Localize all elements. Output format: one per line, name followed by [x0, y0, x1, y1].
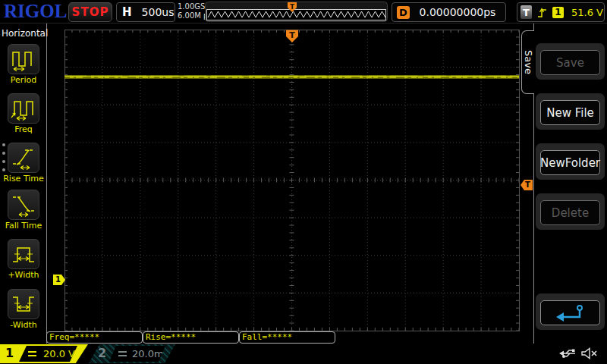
delay-badge: D — [397, 6, 410, 19]
graticule: T — [64, 30, 520, 331]
minus-width-icon — [10, 291, 37, 317]
top-status-bar: RIGOL STOP H 500us 1.00GSa/s 6.00M pts T… — [0, 0, 607, 24]
channel1-level-marker[interactable]: 1 — [53, 275, 65, 285]
run-state-button[interactable]: STOP — [68, 2, 112, 22]
return-button[interactable] — [536, 293, 605, 330]
menu-tab-save: Save — [521, 30, 534, 94]
sidebar-item-freq[interactable]: Freq — [0, 93, 47, 134]
horizontal-timebase-box[interactable]: H 500us — [116, 2, 175, 22]
trigger-box[interactable]: T 1 51.6 V — [517, 2, 605, 22]
trigger-badge: T — [521, 5, 532, 19]
period-icon — [10, 46, 37, 72]
return-arrow-icon — [554, 304, 587, 322]
freq-icon — [10, 96, 37, 121]
waveform-thumbnail[interactable]: T — [205, 2, 388, 22]
channel1-scale: 20.0 V — [43, 348, 75, 359]
svg-text:T: T — [290, 3, 295, 11]
channel1-status[interactable]: 1 20.0 V — [0, 344, 88, 363]
fall-time-icon — [10, 192, 37, 218]
measurement-rise: Rise=***** — [143, 331, 239, 344]
memory-depth: 6.00M pts — [178, 11, 208, 20]
save-button[interactable]: Save — [536, 43, 605, 80]
channel1-trace — [64, 76, 519, 79]
horizontal-badge: H — [122, 5, 132, 19]
sidebar-item-fall-time[interactable]: Fall Time — [0, 190, 47, 231]
channel-status-bar: 1 20.0 V 2 20.0mV — [0, 344, 607, 364]
trigger-position-marker[interactable]: T — [286, 30, 298, 43]
thumbnail-graphic: T — [205, 2, 388, 22]
channel1-number: 1 — [5, 346, 14, 360]
speaker-muted-icon — [580, 347, 598, 362]
sidebar-item-rise-time[interactable]: Rise Time — [0, 143, 47, 184]
svg-text:T: T — [289, 30, 295, 40]
dc-coupling-icon — [118, 351, 127, 356]
sidebar-item-period[interactable]: Period — [0, 44, 47, 85]
scroll-indicator-dots — [2, 143, 5, 177]
timebase-value: 500us — [142, 6, 175, 18]
dc-coupling-icon — [28, 351, 36, 356]
new-folder-button[interactable]: NewFolder — [536, 143, 605, 180]
brand-logo: RIGOL — [4, 1, 67, 22]
trigger-source-badge: 1 — [552, 7, 564, 18]
channel2-scale: 20.0mV — [132, 348, 171, 359]
rising-edge-icon — [536, 6, 548, 19]
sidebar-item-minus-width[interactable]: -Width — [0, 289, 47, 330]
sidebar-item-plus-width[interactable]: +Width — [0, 239, 47, 280]
measurement-freq: Freq=***** — [46, 331, 143, 344]
channel2-status[interactable]: 2 20.0mV — [89, 344, 175, 363]
left-menu-title: Horizontal — [2, 28, 48, 39]
trigger-level-marker[interactable]: T — [521, 180, 533, 190]
channel2-number: 2 — [98, 346, 106, 360]
left-measure-menu: Horizontal Period Freq Rise Tim — [0, 24, 47, 344]
plus-width-icon — [10, 241, 37, 267]
usb-icon — [558, 347, 578, 361]
measurement-fall: Fall=***** — [239, 331, 335, 344]
rise-time-icon — [10, 145, 37, 171]
oscilloscope-screen: RIGOL STOP H 500us 1.00GSa/s 6.00M pts T… — [0, 0, 607, 364]
delay-box[interactable]: D 0.00000000ps — [392, 2, 506, 22]
delete-button[interactable]: Delete — [536, 193, 605, 230]
delay-value: 0.00000000ps — [410, 6, 505, 18]
sample-rate-readout: 1.00GSa/s 6.00M pts — [178, 2, 208, 20]
new-file-button[interactable]: New File — [536, 93, 605, 130]
trigger-level-value: 51.6 V — [571, 7, 603, 18]
sample-rate: 1.00GSa/s — [178, 2, 208, 11]
